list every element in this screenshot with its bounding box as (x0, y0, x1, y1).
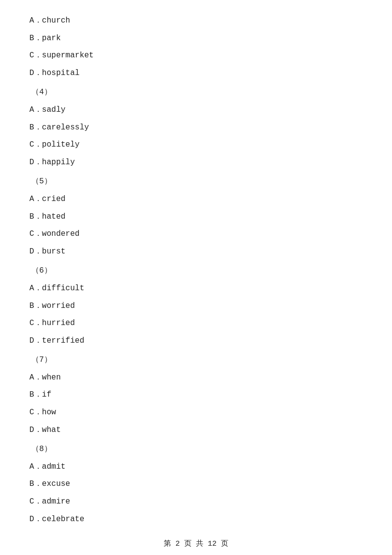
option-line-s3-o1: B．worried (29, 300, 363, 313)
option-line-s5-o2: C．admire (29, 496, 363, 508)
option-line-s2-o1: B．hated (29, 211, 363, 224)
section-label-4: （7） (29, 354, 363, 367)
option-line-s1-o1: B．carelessly (29, 122, 363, 134)
option-line-s2-o2: C．wondered (29, 228, 363, 241)
option-line-s1-o0: A．sadly (29, 104, 363, 117)
section-label-2: （5） (29, 176, 363, 188)
option-line-s2-o3: D．burst (29, 246, 363, 258)
option-line-s3-o3: D．terrified (29, 335, 363, 348)
footer-text: 第 2 页 共 12 页 (164, 540, 228, 548)
option-line-s2-o0: A．cried (29, 193, 363, 206)
option-line-s0-o1: B．park (29, 32, 363, 45)
option-line-s4-o2: C．how (29, 406, 363, 419)
section-label-1: （4） (29, 86, 363, 99)
option-line-s4-o0: A．when (29, 372, 363, 384)
option-line-s0-o0: A．church (29, 15, 363, 27)
option-line-s0-o3: D．hospital (29, 67, 363, 80)
page-footer: 第 2 页 共 12 页 (0, 539, 392, 548)
option-line-s3-o2: C．hurried (29, 317, 363, 330)
option-line-s5-o3: D．celebrate (29, 513, 363, 526)
option-line-s5-o1: B．excuse (29, 478, 363, 491)
option-line-s1-o3: D．happily (29, 156, 363, 169)
section-label-5: （8） (29, 443, 363, 456)
option-line-s1-o2: C．politely (29, 139, 363, 151)
option-line-s3-o0: A．difficult (29, 282, 363, 295)
section-label-3: （6） (29, 265, 363, 278)
option-line-s0-o2: C．supermarket (29, 50, 363, 62)
main-content: A．churchB．parkC．supermarketD．hospital（4）… (0, 0, 392, 555)
option-line-s4-o1: B．if (29, 389, 363, 402)
option-line-s5-o0: A．admit (29, 461, 363, 474)
option-line-s4-o3: D．what (29, 424, 363, 437)
